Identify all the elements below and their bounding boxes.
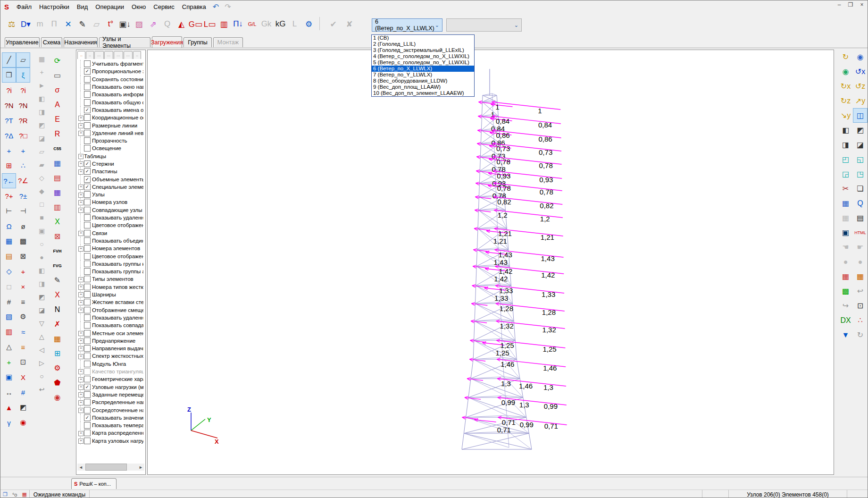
view-tool-icon-4[interactable]: ◧	[35, 92, 48, 105]
output-tool-icon-4[interactable]: A	[50, 97, 65, 112]
expand-icon[interactable]: +	[78, 246, 83, 252]
checkbox[interactable]: ✓	[84, 168, 91, 175]
checkbox[interactable]	[84, 430, 91, 436]
right-tool-icon-13[interactable]: ◨	[838, 137, 853, 152]
output-tool-icon-23[interactable]: ⬟	[50, 375, 65, 390]
dropdown-item[interactable]: 8 (Вес_оборудования_LLDW)	[372, 78, 474, 84]
tool-icon-41[interactable]: +	[2, 355, 16, 370]
toolbar-icon-14[interactable]: G▭	[188, 16, 203, 32]
expand-icon[interactable]: +	[78, 292, 83, 297]
status-icon-2[interactable]: °о	[10, 492, 20, 498]
expand-icon[interactable]: +	[78, 346, 83, 351]
right-tool-icon-32[interactable]: ▦	[853, 269, 868, 284]
output-tool-icon-3[interactable]: σ	[50, 83, 65, 97]
tool-icon-2[interactable]: ▱	[16, 52, 30, 68]
tool-icon-45[interactable]: ↔	[2, 385, 16, 400]
right-tool-icon-2[interactable]: ◉	[853, 50, 868, 64]
minimize-button[interactable]: –	[835, 1, 843, 8]
checkbox[interactable]	[84, 214, 91, 221]
scrollbar-thumb[interactable]	[85, 464, 127, 471]
right-tool-icon-31[interactable]: ▦	[838, 269, 853, 284]
tool-icon-5[interactable]: ?i	[2, 83, 16, 98]
dropdown-item[interactable]: 3 (Гололед_экстремальный_LLExIL)	[372, 47, 474, 53]
output-tool-icon-5[interactable]: E	[50, 112, 65, 127]
checkbox[interactable]	[84, 137, 91, 144]
output-tool-icon-14[interactable]: FVH	[50, 244, 65, 258]
tool-icon-30[interactable]: +	[16, 264, 30, 279]
expand-icon[interactable]: +	[78, 331, 83, 336]
checkbox[interactable]	[84, 99, 91, 106]
tree-tab-7[interactable]: ..	[133, 51, 141, 59]
tool-icon-28[interactable]: ⊠	[16, 249, 30, 264]
expand-icon[interactable]: +	[78, 300, 83, 305]
checkbox[interactable]	[84, 245, 91, 252]
view-tool-icon-11[interactable]: ◆	[35, 185, 48, 198]
tool-icon-44[interactable]: Х	[16, 370, 30, 385]
tool-icon-27[interactable]: ▤	[2, 249, 16, 264]
close-button[interactable]: ×	[858, 1, 866, 8]
status-icon-1[interactable]: ❐	[0, 491, 10, 498]
right-tool-icon-11[interactable]: ◧	[838, 123, 853, 137]
toolbar-icon-7[interactable]: ▱	[89, 16, 104, 32]
right-tool-icon-4[interactable]: ↺x	[853, 64, 868, 79]
scroll-left-icon[interactable]: ◄	[77, 465, 84, 470]
checkbox[interactable]	[84, 376, 91, 382]
view-tool-icon-5[interactable]: ◨	[35, 105, 48, 118]
dropdown-item[interactable]: 9 (Вес_доп_площ_LLAAW)	[372, 84, 474, 90]
tool-icon-20[interactable]: ?±	[16, 188, 30, 203]
toolbar-icon-22[interactable]: ⚙	[301, 16, 316, 32]
checkbox[interactable]	[84, 314, 91, 321]
view-tool-icon-25[interactable]: ○	[35, 370, 48, 383]
view-tool-icon-15[interactable]: ○	[35, 237, 48, 251]
confirm-button[interactable]: ✔	[326, 16, 341, 32]
expand-icon[interactable]: +	[78, 439, 83, 444]
expand-icon[interactable]: +	[78, 431, 83, 436]
output-tool-icon-22[interactable]: ⚙	[50, 361, 65, 375]
expand-icon[interactable]: +	[78, 392, 83, 397]
right-tool-icon-28[interactable]: ☛	[853, 240, 868, 254]
tool-icon-35[interactable]: ▧	[2, 309, 16, 324]
right-tool-icon-6[interactable]: ↺z	[853, 79, 868, 93]
output-tool-icon-20[interactable]: ▦	[50, 331, 65, 346]
tool-icon-39[interactable]: △	[2, 339, 16, 355]
tool-icon-36[interactable]: ⚙	[16, 309, 30, 324]
load-case-dropdown-list[interactable]: 1 (СВ)2 (Гололед_LLIL)3 (Гололед_экстрем…	[371, 34, 475, 97]
right-tool-icon-39[interactable]: ▼	[838, 328, 853, 342]
tool-icon-33[interactable]: #	[2, 294, 16, 309]
tab-Загружения[interactable]: Загружения	[152, 36, 182, 48]
right-tool-icon-24[interactable]: ▤	[853, 211, 868, 225]
expand-icon[interactable]: +	[78, 285, 83, 290]
tool-icon-13[interactable]: +	[2, 143, 16, 158]
output-tool-icon-24[interactable]: ◉	[50, 390, 65, 405]
checkbox[interactable]	[84, 230, 91, 236]
toolbar-icon-12[interactable]: Q	[160, 16, 175, 32]
expand-icon[interactable]: +	[78, 377, 83, 382]
tool-icon-14[interactable]: +	[16, 143, 30, 158]
tool-icon-19[interactable]: ?+	[2, 188, 16, 203]
right-tool-icon-8[interactable]: ↗y	[853, 93, 868, 108]
checkbox[interactable]	[84, 353, 91, 359]
tree-tab-1[interactable]: ..	[77, 51, 85, 59]
checkbox[interactable]	[84, 130, 91, 136]
checkbox[interactable]	[84, 338, 91, 344]
tab-Схема[interactable]: Схема	[41, 37, 62, 47]
tool-icon-6[interactable]: ?i	[16, 83, 30, 98]
right-tool-icon-12[interactable]: ◩	[853, 123, 868, 137]
toolbar-icon-6[interactable]: ✎	[75, 16, 90, 32]
checkbox[interactable]	[84, 60, 91, 67]
checkbox[interactable]	[84, 330, 91, 337]
checkbox[interactable]	[84, 422, 91, 429]
toolbar-icon-1[interactable]: ⚖	[4, 16, 19, 32]
checkbox[interactable]	[84, 291, 91, 298]
view-tool-icon-7[interactable]: ◪	[35, 132, 48, 145]
right-tool-icon-1[interactable]: ↻	[838, 50, 853, 64]
output-tool-icon-15[interactable]: FVG	[50, 258, 65, 273]
tab-Узлы и Элементы[interactable]: Узлы и Элементы	[99, 37, 150, 47]
toolbar-icon-3[interactable]: m	[33, 16, 47, 32]
right-tool-icon-19[interactable]: ✂	[838, 181, 853, 196]
checkbox[interactable]	[84, 284, 91, 290]
expand-icon[interactable]: +	[78, 354, 83, 359]
view-tool-icon-3[interactable]: ►	[35, 79, 48, 92]
document-tab[interactable]: Ѕ РешК – коп...	[71, 478, 117, 489]
view-tool-icon-13[interactable]: ■	[35, 211, 48, 224]
